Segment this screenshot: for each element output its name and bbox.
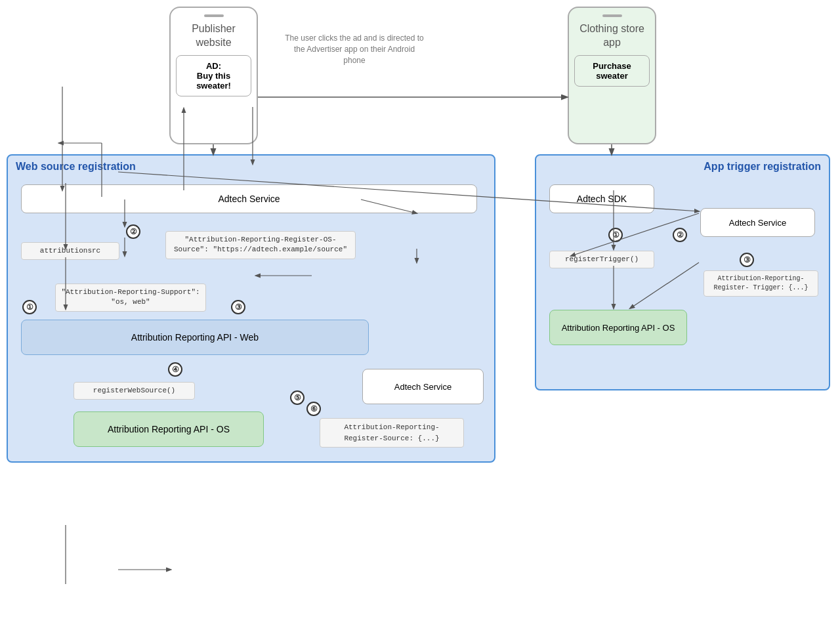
header-response-box: "Attribution-Reporting-Register-OS-Sourc… <box>165 231 356 259</box>
web-source-title: Web source registration <box>16 161 136 173</box>
support-header-box: "Attribution-Reporting-Support": "os, we… <box>55 284 206 312</box>
phone-speaker-clothing <box>602 14 622 17</box>
clothing-phone-title: Clothing store app <box>574 22 650 50</box>
num-1-right: ① <box>608 228 623 242</box>
num-5-left: ⑤ <box>290 390 304 405</box>
publisher-phone: Publisher website AD: Buy this sweater! <box>169 7 258 144</box>
api-os-left: Attribution Reporting API - OS <box>74 411 264 447</box>
num-4-left: ④ <box>168 362 182 377</box>
num-2-left: ② <box>126 224 140 239</box>
adtech-service-bottom: Adtech Service <box>362 369 484 404</box>
app-trigger-title: App trigger registration <box>704 161 821 173</box>
user-click-label: The user clicks the ad and is directed t… <box>282 33 427 66</box>
phone-speaker-publisher <box>204 14 224 17</box>
register-web-source-box: registerWebSource() <box>74 382 195 400</box>
purchase-label: Purchase sweater <box>593 61 631 81</box>
num-3-right: ③ <box>740 253 754 267</box>
api-web-box: Attribution Reporting API - Web <box>21 320 369 355</box>
attributionsrc-box: attributionsrc <box>21 242 119 260</box>
app-trigger-registration-box: App trigger registration Adtech SDK regi… <box>535 154 830 390</box>
register-source-header-box: Attribution-Reporting- Register-Source: … <box>320 418 464 448</box>
register-trigger-box: registerTrigger() <box>549 251 654 268</box>
register-trigger-header-box: Attribution-Reporting-Register- Trigger:… <box>704 270 818 297</box>
ad-label: AD: <box>206 61 221 71</box>
adtech-service-right: Adtech Service <box>700 208 815 237</box>
adtech-service-top: Adtech Service <box>21 184 477 213</box>
diagram-area: Publisher website AD: Buy this sweater! … <box>0 0 840 630</box>
adtech-sdk-box: Adtech SDK <box>549 184 654 213</box>
publisher-phone-title: Publisher website <box>176 22 251 50</box>
num-3-left: ③ <box>231 300 245 314</box>
num-1-left: ① <box>22 300 37 314</box>
num-2-right: ② <box>673 228 687 242</box>
purchase-button-box: Purchase sweater <box>574 55 650 87</box>
num-6-left: ⑥ <box>306 402 321 416</box>
clothing-phone: Clothing store app Purchase sweater <box>568 7 656 144</box>
publisher-ad-box: AD: Buy this sweater! <box>176 55 251 96</box>
ad-text: Buy this sweater! <box>196 71 231 91</box>
web-source-registration-box: Web source registration Adtech Service a… <box>7 154 495 463</box>
api-os-right: Attribution Reporting API - OS <box>549 310 687 345</box>
